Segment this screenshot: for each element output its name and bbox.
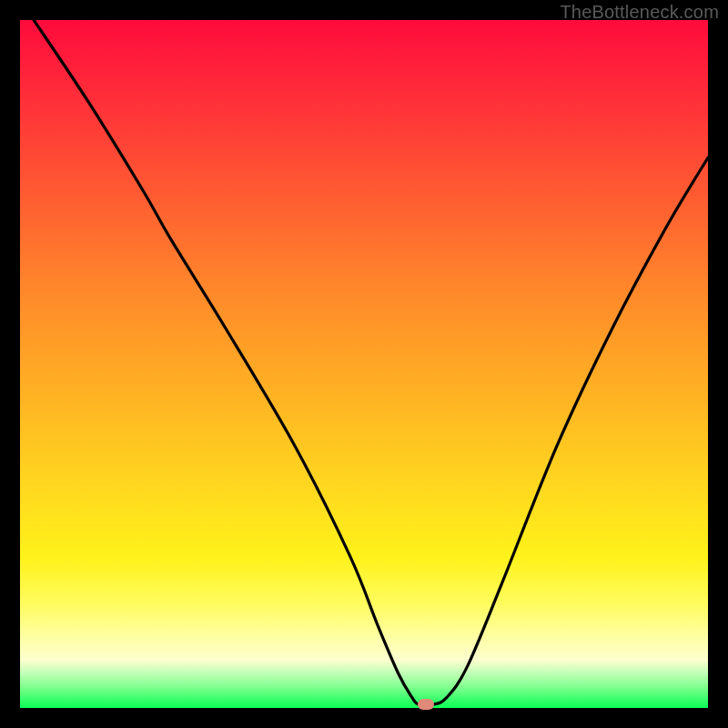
gradient-background: [20, 20, 708, 708]
optimal-point-marker: [418, 699, 434, 710]
watermark-text: TheBottleneck.com: [560, 2, 719, 23]
chart-frame: TheBottleneck.com: [0, 0, 728, 728]
